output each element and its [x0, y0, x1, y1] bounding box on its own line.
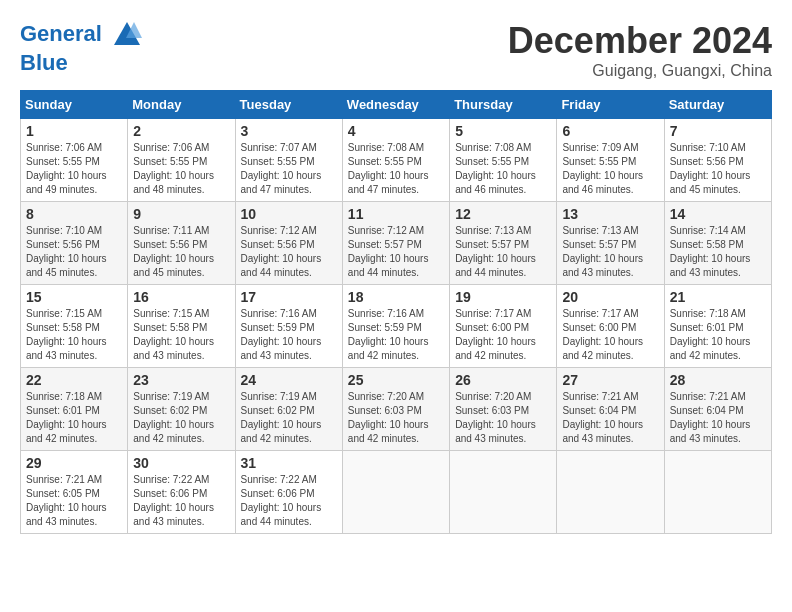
day-info: Sunrise: 7:12 AM Sunset: 5:57 PM Dayligh… [348, 224, 444, 280]
calendar-day-cell: 10Sunrise: 7:12 AM Sunset: 5:56 PM Dayli… [235, 202, 342, 285]
day-number: 24 [241, 372, 337, 388]
day-number: 16 [133, 289, 229, 305]
calendar-empty-cell [664, 451, 771, 534]
day-info: Sunrise: 7:20 AM Sunset: 6:03 PM Dayligh… [348, 390, 444, 446]
day-info: Sunrise: 7:15 AM Sunset: 5:58 PM Dayligh… [26, 307, 122, 363]
day-number: 18 [348, 289, 444, 305]
day-info: Sunrise: 7:10 AM Sunset: 5:56 PM Dayligh… [670, 141, 766, 197]
calendar-day-cell: 21Sunrise: 7:18 AM Sunset: 6:01 PM Dayli… [664, 285, 771, 368]
calendar-day-cell: 12Sunrise: 7:13 AM Sunset: 5:57 PM Dayli… [450, 202, 557, 285]
calendar-week-row: 22Sunrise: 7:18 AM Sunset: 6:01 PM Dayli… [21, 368, 772, 451]
calendar-day-cell: 27Sunrise: 7:21 AM Sunset: 6:04 PM Dayli… [557, 368, 664, 451]
weekday-header: Friday [557, 91, 664, 119]
calendar-week-row: 8Sunrise: 7:10 AM Sunset: 5:56 PM Daylig… [21, 202, 772, 285]
weekday-header: Thursday [450, 91, 557, 119]
day-info: Sunrise: 7:13 AM Sunset: 5:57 PM Dayligh… [455, 224, 551, 280]
day-number: 10 [241, 206, 337, 222]
calendar-day-cell: 23Sunrise: 7:19 AM Sunset: 6:02 PM Dayli… [128, 368, 235, 451]
calendar-day-cell: 7Sunrise: 7:10 AM Sunset: 5:56 PM Daylig… [664, 119, 771, 202]
day-info: Sunrise: 7:21 AM Sunset: 6:04 PM Dayligh… [562, 390, 658, 446]
calendar-day-cell: 20Sunrise: 7:17 AM Sunset: 6:00 PM Dayli… [557, 285, 664, 368]
calendar-day-cell: 1Sunrise: 7:06 AM Sunset: 5:55 PM Daylig… [21, 119, 128, 202]
calendar-day-cell: 3Sunrise: 7:07 AM Sunset: 5:55 PM Daylig… [235, 119, 342, 202]
day-info: Sunrise: 7:17 AM Sunset: 6:00 PM Dayligh… [562, 307, 658, 363]
day-info: Sunrise: 7:17 AM Sunset: 6:00 PM Dayligh… [455, 307, 551, 363]
day-info: Sunrise: 7:20 AM Sunset: 6:03 PM Dayligh… [455, 390, 551, 446]
calendar-week-row: 29Sunrise: 7:21 AM Sunset: 6:05 PM Dayli… [21, 451, 772, 534]
day-info: Sunrise: 7:10 AM Sunset: 5:56 PM Dayligh… [26, 224, 122, 280]
day-info: Sunrise: 7:14 AM Sunset: 5:58 PM Dayligh… [670, 224, 766, 280]
calendar-day-cell: 6Sunrise: 7:09 AM Sunset: 5:55 PM Daylig… [557, 119, 664, 202]
calendar-day-cell: 13Sunrise: 7:13 AM Sunset: 5:57 PM Dayli… [557, 202, 664, 285]
day-number: 20 [562, 289, 658, 305]
day-number: 5 [455, 123, 551, 139]
day-info: Sunrise: 7:09 AM Sunset: 5:55 PM Dayligh… [562, 141, 658, 197]
day-info: Sunrise: 7:08 AM Sunset: 5:55 PM Dayligh… [455, 141, 551, 197]
day-number: 14 [670, 206, 766, 222]
day-info: Sunrise: 7:07 AM Sunset: 5:55 PM Dayligh… [241, 141, 337, 197]
calendar-day-cell: 11Sunrise: 7:12 AM Sunset: 5:57 PM Dayli… [342, 202, 449, 285]
day-info: Sunrise: 7:21 AM Sunset: 6:04 PM Dayligh… [670, 390, 766, 446]
calendar-day-cell: 5Sunrise: 7:08 AM Sunset: 5:55 PM Daylig… [450, 119, 557, 202]
calendar-header-row: SundayMondayTuesdayWednesdayThursdayFrid… [21, 91, 772, 119]
day-info: Sunrise: 7:22 AM Sunset: 6:06 PM Dayligh… [133, 473, 229, 529]
day-info: Sunrise: 7:11 AM Sunset: 5:56 PM Dayligh… [133, 224, 229, 280]
day-number: 26 [455, 372, 551, 388]
day-number: 29 [26, 455, 122, 471]
calendar-day-cell: 28Sunrise: 7:21 AM Sunset: 6:04 PM Dayli… [664, 368, 771, 451]
calendar-day-cell: 26Sunrise: 7:20 AM Sunset: 6:03 PM Dayli… [450, 368, 557, 451]
day-number: 28 [670, 372, 766, 388]
calendar-day-cell: 24Sunrise: 7:19 AM Sunset: 6:02 PM Dayli… [235, 368, 342, 451]
day-number: 1 [26, 123, 122, 139]
logo-text: General [20, 20, 142, 50]
day-info: Sunrise: 7:19 AM Sunset: 6:02 PM Dayligh… [241, 390, 337, 446]
location: Guigang, Guangxi, China [508, 62, 772, 80]
calendar-day-cell: 17Sunrise: 7:16 AM Sunset: 5:59 PM Dayli… [235, 285, 342, 368]
month-title: December 2024 [508, 20, 772, 62]
day-info: Sunrise: 7:08 AM Sunset: 5:55 PM Dayligh… [348, 141, 444, 197]
logo-line2: Blue [20, 50, 142, 76]
day-number: 4 [348, 123, 444, 139]
day-info: Sunrise: 7:18 AM Sunset: 6:01 PM Dayligh… [670, 307, 766, 363]
calendar-day-cell: 4Sunrise: 7:08 AM Sunset: 5:55 PM Daylig… [342, 119, 449, 202]
calendar-empty-cell [342, 451, 449, 534]
day-info: Sunrise: 7:12 AM Sunset: 5:56 PM Dayligh… [241, 224, 337, 280]
calendar-body: 1Sunrise: 7:06 AM Sunset: 5:55 PM Daylig… [21, 119, 772, 534]
day-number: 2 [133, 123, 229, 139]
day-info: Sunrise: 7:13 AM Sunset: 5:57 PM Dayligh… [562, 224, 658, 280]
day-number: 6 [562, 123, 658, 139]
day-info: Sunrise: 7:15 AM Sunset: 5:58 PM Dayligh… [133, 307, 229, 363]
day-number: 15 [26, 289, 122, 305]
calendar-day-cell: 14Sunrise: 7:14 AM Sunset: 5:58 PM Dayli… [664, 202, 771, 285]
day-info: Sunrise: 7:21 AM Sunset: 6:05 PM Dayligh… [26, 473, 122, 529]
logo: General Blue [20, 20, 142, 76]
day-number: 30 [133, 455, 229, 471]
calendar-empty-cell [450, 451, 557, 534]
day-number: 12 [455, 206, 551, 222]
day-number: 22 [26, 372, 122, 388]
calendar-week-row: 1Sunrise: 7:06 AM Sunset: 5:55 PM Daylig… [21, 119, 772, 202]
day-info: Sunrise: 7:06 AM Sunset: 5:55 PM Dayligh… [26, 141, 122, 197]
weekday-header: Wednesday [342, 91, 449, 119]
day-info: Sunrise: 7:19 AM Sunset: 6:02 PM Dayligh… [133, 390, 229, 446]
calendar-day-cell: 29Sunrise: 7:21 AM Sunset: 6:05 PM Dayli… [21, 451, 128, 534]
calendar-day-cell: 25Sunrise: 7:20 AM Sunset: 6:03 PM Dayli… [342, 368, 449, 451]
day-info: Sunrise: 7:06 AM Sunset: 5:55 PM Dayligh… [133, 141, 229, 197]
day-number: 21 [670, 289, 766, 305]
calendar-week-row: 15Sunrise: 7:15 AM Sunset: 5:58 PM Dayli… [21, 285, 772, 368]
weekday-header: Monday [128, 91, 235, 119]
day-number: 19 [455, 289, 551, 305]
day-number: 25 [348, 372, 444, 388]
calendar-day-cell: 9Sunrise: 7:11 AM Sunset: 5:56 PM Daylig… [128, 202, 235, 285]
title-section: December 2024 Guigang, Guangxi, China [508, 20, 772, 80]
weekday-header: Sunday [21, 91, 128, 119]
day-info: Sunrise: 7:16 AM Sunset: 5:59 PM Dayligh… [348, 307, 444, 363]
day-number: 23 [133, 372, 229, 388]
calendar-day-cell: 18Sunrise: 7:16 AM Sunset: 5:59 PM Dayli… [342, 285, 449, 368]
calendar-day-cell: 8Sunrise: 7:10 AM Sunset: 5:56 PM Daylig… [21, 202, 128, 285]
calendar-day-cell: 30Sunrise: 7:22 AM Sunset: 6:06 PM Dayli… [128, 451, 235, 534]
weekday-header: Saturday [664, 91, 771, 119]
weekday-header: Tuesday [235, 91, 342, 119]
day-number: 13 [562, 206, 658, 222]
day-number: 3 [241, 123, 337, 139]
